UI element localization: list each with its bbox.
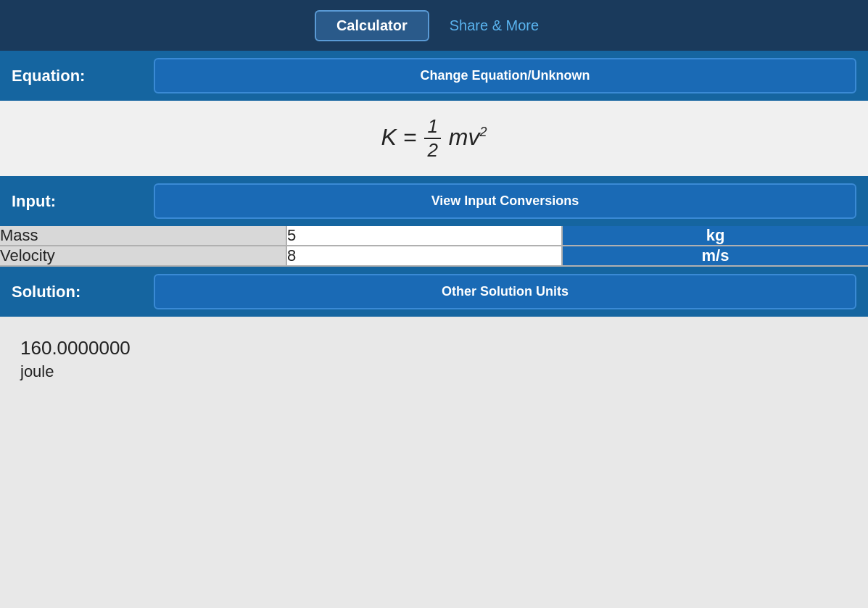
input-label: Input:: [12, 192, 142, 211]
table-row: Velocity 8 m/s: [0, 246, 868, 266]
result-unit: joule: [20, 362, 848, 381]
top-navigation: Calculator Share & More: [0, 0, 868, 51]
input-table: Mass 5 kg Velocity 8 m/s: [0, 226, 868, 267]
mass-value[interactable]: 5: [286, 226, 562, 246]
share-more-tab[interactable]: Share & More: [435, 12, 553, 40]
velocity-value[interactable]: 8: [286, 246, 562, 266]
equation-row: Equation: Change Equation/Unknown: [0, 51, 868, 101]
input-row: Input: View Input Conversions: [0, 176, 868, 226]
solution-row: Solution: Other Solution Units: [0, 267, 868, 317]
change-equation-button[interactable]: Change Equation/Unknown: [154, 58, 856, 93]
calculator-tab[interactable]: Calculator: [315, 10, 429, 41]
velocity-unit-button[interactable]: m/s: [562, 246, 868, 266]
formula-mv2: mv2: [449, 124, 487, 150]
table-row: Mass 5 kg: [0, 226, 868, 246]
formula-fraction: 1 2: [424, 115, 440, 162]
formula-K: K: [381, 124, 397, 150]
formula-equals: =: [403, 124, 423, 150]
solution-label: Solution:: [12, 283, 142, 301]
mass-label: Mass: [0, 226, 286, 246]
equation-label: Equation:: [12, 67, 142, 86]
other-solution-units-button[interactable]: Other Solution Units: [154, 274, 856, 309]
formula-display: K = 1 2 mv2: [381, 115, 487, 162]
mass-unit-button[interactable]: kg: [562, 226, 868, 246]
result-area: 160.0000000 joule: [0, 317, 868, 433]
formula-area: K = 1 2 mv2: [0, 101, 868, 176]
velocity-label: Velocity: [0, 246, 286, 266]
result-value: 160.0000000: [20, 337, 848, 359]
view-input-conversions-button[interactable]: View Input Conversions: [154, 183, 856, 219]
